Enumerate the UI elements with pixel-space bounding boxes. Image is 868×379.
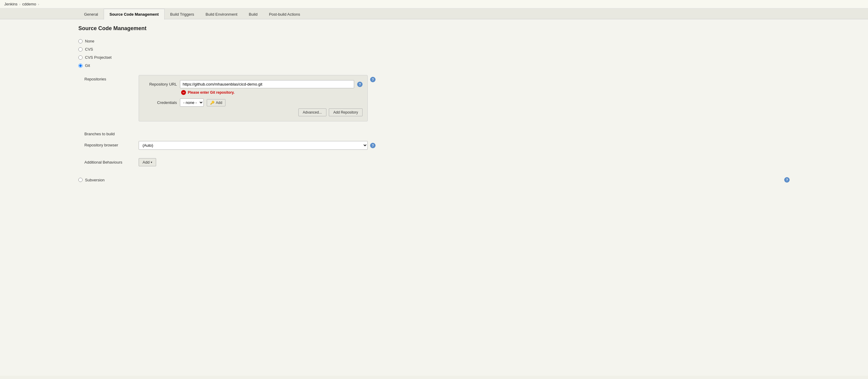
tab-general[interactable]: General: [79, 9, 104, 20]
repositories-row-outer: Repositories Repository URL ? − Please e…: [84, 75, 789, 126]
main-content: Source Code Management None CVS CVS Proj…: [0, 19, 868, 376]
breadcrumb-sep-2: ›: [38, 2, 39, 6]
key-icon: 🔑: [210, 101, 215, 105]
behaviours-field-row: Additional Behaviours Add ▾: [84, 158, 789, 172]
radio-subversion[interactable]: Subversion: [79, 178, 104, 182]
page-title: Source Code Management: [79, 25, 789, 32]
radio-cvs[interactable]: CVS: [79, 47, 789, 52]
breadcrumb-cddemo[interactable]: cddemo: [22, 2, 36, 6]
radio-cvs-projectset-label: CVS Projectset: [85, 55, 112, 60]
error-icon: −: [181, 90, 186, 95]
subversion-row: Subversion ?: [79, 177, 789, 183]
repo-panel: Repository URL ? − Please enter Git repo…: [138, 75, 368, 121]
repo-url-label: Repository URL: [144, 82, 177, 87]
radio-git[interactable]: Git: [79, 63, 789, 68]
radio-cvs-projectset-input[interactable]: [79, 56, 83, 60]
radio-cvs-input[interactable]: [79, 47, 83, 52]
tabs-bar: General Source Code Management Build Tri…: [0, 8, 868, 19]
radio-subversion-label: Subversion: [85, 178, 104, 182]
repo-browser-help-icon[interactable]: ?: [370, 143, 375, 148]
radio-cvs-label: CVS: [85, 47, 93, 52]
repositories-field-row: Repositories Repository URL ? − Please e…: [84, 75, 368, 121]
add-dropdown-arrow-icon: ▾: [151, 161, 152, 164]
radio-git-label: Git: [85, 63, 90, 68]
repo-buttons: Advanced... Add Repository: [144, 108, 363, 116]
credentials-row: Credentials - none - 🔑 Add: [144, 98, 363, 107]
radio-subversion-input[interactable]: [79, 178, 83, 182]
branches-label: Branches to build: [84, 130, 133, 136]
breadcrumb-sep-1: ›: [19, 2, 21, 6]
subversion-help-icon[interactable]: ?: [784, 177, 789, 183]
breadcrumb: Jenkins › cddemo ›: [0, 0, 868, 8]
repo-url-input[interactable]: [180, 80, 354, 88]
credentials-label: Credentials: [144, 100, 177, 105]
add-behaviour-button[interactable]: Add ▾: [138, 158, 156, 166]
repositories-label: Repositories: [84, 75, 133, 81]
radio-none-label: None: [85, 39, 94, 43]
repo-url-help-icon[interactable]: ?: [357, 82, 363, 87]
behaviours-label: Additional Behaviours: [84, 158, 133, 164]
radio-none-input[interactable]: [79, 39, 83, 43]
add-repository-button[interactable]: Add Repository: [329, 108, 363, 116]
tab-build-environment[interactable]: Build Environment: [200, 9, 243, 20]
tab-build[interactable]: Build: [243, 9, 264, 20]
repo-browser-outer: Repository browser (Auto) ?: [84, 141, 789, 155]
radio-git-input[interactable]: [79, 64, 83, 68]
radio-none[interactable]: None: [79, 39, 789, 43]
repositories-help-icon[interactable]: ?: [370, 77, 375, 82]
credentials-select[interactable]: - none -: [180, 98, 204, 107]
repo-browser-label: Repository browser: [84, 141, 133, 147]
tab-build-triggers[interactable]: Build Triggers: [164, 9, 200, 20]
tab-post-build-actions[interactable]: Post-build Actions: [263, 9, 306, 20]
breadcrumb-jenkins[interactable]: Jenkins: [4, 2, 18, 6]
radio-cvs-projectset[interactable]: CVS Projectset: [79, 55, 789, 60]
repo-browser-field-row: Repository browser (Auto): [84, 141, 368, 150]
error-text: Please enter Git repository.: [188, 90, 235, 95]
add-credentials-button[interactable]: 🔑 Add: [207, 99, 225, 106]
add-credentials-label: Add: [216, 101, 222, 105]
git-settings: Repositories Repository URL ? − Please e…: [79, 75, 789, 172]
branches-field-row: Branches to build: [84, 130, 789, 136]
repo-url-row: Repository URL ?: [144, 80, 363, 88]
repo-browser-select[interactable]: (Auto): [138, 141, 368, 150]
add-behaviour-label: Add: [143, 160, 150, 164]
advanced-button[interactable]: Advanced...: [299, 108, 327, 116]
error-message-row: − Please enter Git repository.: [181, 90, 363, 95]
scm-radio-group: None CVS CVS Projectset Git: [79, 39, 789, 68]
tab-source-code-management[interactable]: Source Code Management: [104, 9, 164, 20]
behaviours-add-row: Add ▾: [138, 158, 156, 166]
